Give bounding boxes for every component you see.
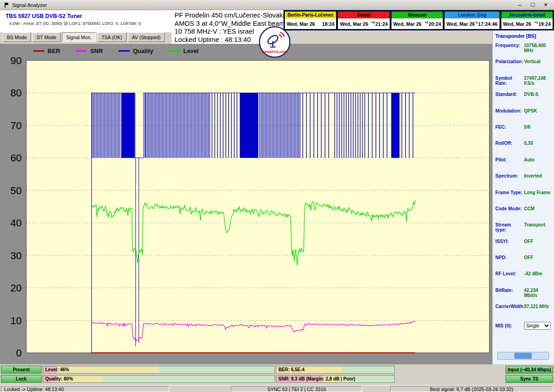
clock-offset: +3 (371, 21, 375, 24)
tab-dt-mode[interactable]: DT Mode (32, 32, 60, 42)
field-mis: MIS (0): Single (495, 321, 552, 332)
field-polarization: Polarization:Vertical (495, 59, 552, 75)
title-bar: Signal Analyzer ─ ☐ ✕ (0, 0, 554, 10)
clock-offset: +2 (424, 21, 428, 24)
tab-tsa[interactable]: TSA (OK) (97, 32, 126, 42)
close-button[interactable]: ✕ (539, 1, 552, 9)
clock-london: London, Eng Wed, Mar 26-117:24:46 (444, 11, 500, 30)
clock-date: Wed, Mar 26 (287, 21, 315, 27)
signal-chart-panel: BER SNR Quality Level 908070605040302010… (0, 44, 492, 364)
snr-meter: SNR: 9,3 dB (Margin: 2,8 dB | Poor) (276, 375, 395, 383)
field-frequency: Frequency:10758,400 MHz (495, 43, 552, 59)
clock-city-label: Jerusalem-Israel (501, 12, 553, 18)
meters-panel: Present Level: 46% BER: 6,5E-4 Input (~4… (0, 364, 554, 385)
lock-indicator: Lock (1, 375, 42, 383)
svg-text:0: 0 (16, 347, 22, 359)
field-frame-type: Frame Type:Long Frame (495, 190, 552, 206)
present-indicator: Present (1, 366, 42, 374)
tab-av[interactable]: AV (Stopped) (128, 32, 165, 42)
ber-meter: BER: 6,5E-4 (276, 366, 395, 374)
field-modulation: Modulation:QPSK (495, 108, 552, 125)
field-bitrate: BitRate:42,234 Mbit/s (495, 288, 552, 304)
status-sync-counters: SYNC 53 | TEI 2 | CC 3316 (231, 386, 362, 392)
field-code-mode: Code Mode:CCM (495, 206, 552, 222)
svg-text:40: 40 (11, 217, 22, 229)
logo-text: DXSATCS.COM (262, 50, 288, 54)
clock-date: Wed, Mar 26 (393, 21, 422, 27)
scrollbar-thumb[interactable] (514, 353, 532, 359)
status-locked-uptime: Locked -> Uptime: 48:13:40 (1, 386, 169, 392)
svg-text:10: 10 (11, 315, 22, 327)
field-rolloff: RollOff:0,35 (495, 141, 552, 157)
transponder-title: Transponder [BS] (495, 33, 552, 39)
clock-city-label: Dubai (338, 12, 389, 18)
quality-meter: Quality: 80% (42, 375, 275, 383)
clock-date: Wed, Mar 26 (446, 21, 475, 27)
mis-label: MIS (0): (495, 323, 523, 328)
level-meter-text: Level: 46% (45, 367, 69, 372)
field-spectrum: Spectrum:Inverted (495, 173, 552, 190)
field-fec: FEC:5/6 (495, 125, 552, 141)
field-stream-type: Stream type:Transport (495, 222, 552, 238)
world-clocks: Berlin-Paris-Lučenec Wed, Mar 2618:24 Du… (283, 10, 554, 30)
clock-time: 17:24:46 (478, 21, 498, 27)
status-best-signal: Best signal: 9,7 dB (2025-03-26 03:32) (390, 386, 553, 392)
sync-ts-indicator: Sync TS (506, 375, 553, 383)
level-meter: Level: 46% (42, 366, 275, 374)
clock-time: 18:24 (322, 21, 335, 27)
clock-offset: -1 (475, 21, 477, 24)
clock-offset: +1 (534, 21, 538, 24)
field-symbol-rate: Symbol Rate:27497,108 KS/s (495, 76, 552, 92)
input-indicator: Input (~40,34 Mbps) (506, 366, 553, 374)
clock-jerusalem: Jerusalem-Israel Wed, Mar 26+119:24 (501, 11, 553, 30)
clock-time: 19:24 (538, 21, 551, 27)
sidebar-scrollbar[interactable] (497, 352, 549, 360)
clock-city-label: Berlin-Paris-Lučenec (285, 12, 336, 18)
field-carrierwidth: CarrierWidth:37,121 MHz (495, 304, 552, 320)
ber-meter-text: BER: 6,5E-4 (278, 367, 305, 372)
snr-meter-text: SNR: 9,3 dB (Margin: 2,8 dB | Poor) (278, 376, 355, 381)
status-bar: Locked -> Uptime: 48:13:40 SYNC 53 | TEI… (0, 385, 554, 392)
clock-dubai: Dubai Wed, Mar 26+321:24 (337, 11, 390, 30)
app-icon (4, 2, 10, 8)
tuner-details: 4.0W - Amos 3/7 (ID: 3560) @ LOF1: 97500… (6, 21, 172, 26)
transponder-sidebar: Transponder [BS] Frequency:10758,400 MHz… (492, 30, 554, 364)
svg-text:20: 20 (11, 282, 22, 294)
clock-city-label: Moscow (391, 12, 443, 18)
field-issyi: ISSYI:OFF (495, 239, 552, 255)
svg-text:90: 90 (11, 55, 22, 66)
window-title: Signal Analyzer (12, 2, 47, 8)
field-rf-level: RF Level:-42 dBm (495, 271, 552, 287)
tuner-name: TBS 5927 USB DVB-S2 Tuner (6, 13, 172, 19)
clock-date: Wed, Mar 26 (340, 21, 368, 27)
svg-text:30: 30 (11, 250, 22, 261)
clock-city-label: London, Eng (445, 12, 499, 18)
dxsatcs-logo: DXSATCS.COM (259, 26, 291, 58)
minimize-button[interactable]: ─ (513, 1, 526, 9)
svg-text:60: 60 (11, 152, 22, 164)
quality-meter-text: Quality: 80% (45, 376, 73, 381)
field-npd: NPD:OFF (495, 255, 552, 271)
field-pilot: Pilot:Auto (495, 157, 552, 173)
clock-berlin: Berlin-Paris-Lučenec Wed, Mar 2618:24 (284, 11, 337, 30)
clock-date: Wed, Mar 26 (503, 21, 531, 27)
signal-trend-chart: 9080706050403020100 (0, 44, 492, 364)
mis-select[interactable]: Single (524, 322, 551, 330)
tab-bs-mode[interactable]: BS Mode (3, 32, 31, 42)
tab-signal-mon[interactable]: Signal Mon. (62, 32, 96, 42)
field-standard: Standard:DVB-S (495, 92, 552, 108)
svg-text:80: 80 (11, 87, 22, 99)
clock-moscow: Moscow Wed, Mar 26+220:24 (391, 11, 443, 30)
site-info-line1: PF Prodelin 450 cm/Lučenec-Slovakia (175, 12, 285, 20)
tuner-info-panel: TBS 5927 USB DVB-S2 Tuner 4.0W - Amos 3/… (0, 10, 172, 32)
clock-time: 21:24 (375, 21, 388, 27)
maximize-button[interactable]: ☐ (526, 1, 539, 9)
clock-time: 20:24 (428, 21, 441, 27)
mode-tabs: BS Mode DT Mode Signal Mon. TSA (OK) AV … (3, 32, 165, 42)
svg-text:70: 70 (11, 120, 22, 131)
svg-text:50: 50 (11, 185, 22, 196)
